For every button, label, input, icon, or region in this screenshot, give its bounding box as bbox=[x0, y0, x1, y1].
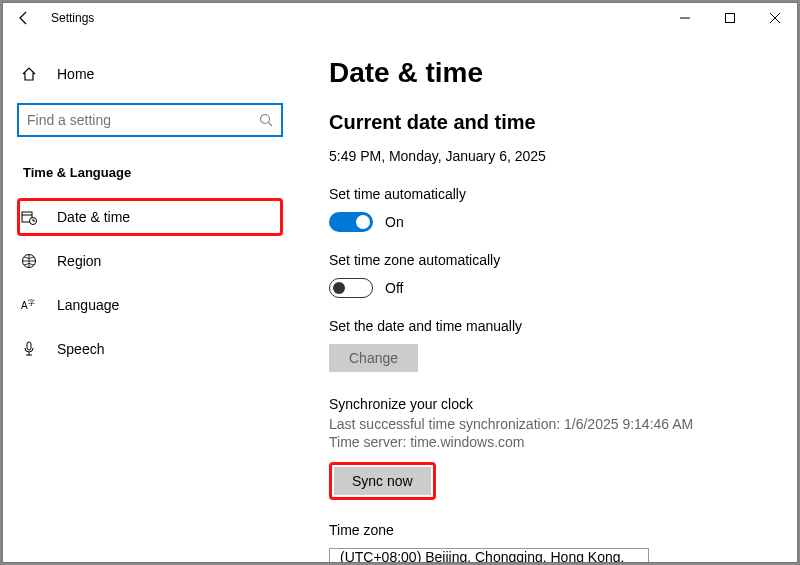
set-tz-auto-state: Off bbox=[385, 280, 403, 296]
sync-now-highlight: Sync now bbox=[329, 462, 436, 500]
svg-rect-1 bbox=[725, 14, 734, 23]
set-tz-auto-row: Off bbox=[329, 278, 769, 298]
back-button[interactable] bbox=[15, 9, 33, 27]
sidebar-section-title: Time & Language bbox=[23, 165, 283, 180]
sidebar-item-label: Language bbox=[57, 297, 119, 313]
microphone-icon bbox=[21, 341, 41, 357]
search-icon bbox=[259, 113, 273, 127]
language-icon: A字 bbox=[21, 297, 41, 313]
sidebar-home-label: Home bbox=[57, 66, 94, 82]
maximize-button[interactable] bbox=[707, 3, 752, 33]
main-content: Date & time Current date and time 5:49 P… bbox=[303, 33, 797, 562]
svg-line-3 bbox=[269, 123, 273, 127]
sync-server-line: Time server: time.windows.com bbox=[329, 434, 769, 450]
svg-point-2 bbox=[261, 115, 270, 124]
set-tz-auto-label: Set time zone automatically bbox=[329, 252, 769, 268]
set-time-auto-label: Set time automatically bbox=[329, 186, 769, 202]
sync-now-button[interactable]: Sync now bbox=[334, 467, 431, 495]
date-time-icon bbox=[21, 209, 41, 225]
section-current-datetime-title: Current date and time bbox=[329, 111, 769, 134]
set-manual-label: Set the date and time manually bbox=[329, 318, 769, 334]
time-zone-dropdown[interactable]: (UTC+08:00) Beijing, Chongqing, Hong Kon… bbox=[329, 548, 649, 562]
set-time-auto-state: On bbox=[385, 214, 404, 230]
window-body: Home Time & Language Date & time Reg bbox=[3, 33, 797, 562]
svg-text:A: A bbox=[21, 300, 28, 311]
sidebar-item-region[interactable]: Region bbox=[17, 242, 283, 280]
globe-icon bbox=[21, 253, 41, 269]
sidebar-item-language[interactable]: A字 Language bbox=[17, 286, 283, 324]
sidebar-item-speech[interactable]: Speech bbox=[17, 330, 283, 368]
window-controls bbox=[662, 3, 797, 33]
search-input[interactable] bbox=[27, 112, 259, 128]
sidebar-item-label: Date & time bbox=[57, 209, 130, 225]
set-time-auto-toggle[interactable] bbox=[329, 212, 373, 232]
sync-clock-section: Synchronize your clock Last successful t… bbox=[329, 396, 769, 500]
sync-clock-label: Synchronize your clock bbox=[329, 396, 769, 412]
change-button: Change bbox=[329, 344, 418, 372]
page-title: Date & time bbox=[329, 57, 769, 89]
sidebar-home[interactable]: Home bbox=[21, 59, 283, 89]
time-zone-label: Time zone bbox=[329, 522, 769, 538]
set-time-auto-row: On bbox=[329, 212, 769, 232]
close-button[interactable] bbox=[752, 3, 797, 33]
minimize-button[interactable] bbox=[662, 3, 707, 33]
titlebar: Settings bbox=[3, 3, 797, 33]
window-title: Settings bbox=[51, 11, 94, 25]
time-zone-value: (UTC+08:00) Beijing, Chongqing, Hong Kon… bbox=[340, 549, 626, 562]
home-icon bbox=[21, 66, 41, 82]
sidebar-item-label: Region bbox=[57, 253, 101, 269]
sidebar-item-date-time[interactable]: Date & time bbox=[17, 198, 283, 236]
sidebar-item-label: Speech bbox=[57, 341, 104, 357]
svg-text:字: 字 bbox=[28, 299, 35, 306]
chevron-down-icon bbox=[626, 559, 638, 562]
search-box[interactable] bbox=[17, 103, 283, 137]
sidebar: Home Time & Language Date & time Reg bbox=[3, 33, 303, 562]
settings-window: Settings Home bbox=[2, 2, 798, 563]
set-tz-auto-toggle[interactable] bbox=[329, 278, 373, 298]
svg-rect-10 bbox=[27, 342, 31, 350]
sync-last-line: Last successful time synchronization: 1/… bbox=[329, 416, 769, 432]
current-datetime-value: 5:49 PM, Monday, January 6, 2025 bbox=[329, 148, 769, 164]
